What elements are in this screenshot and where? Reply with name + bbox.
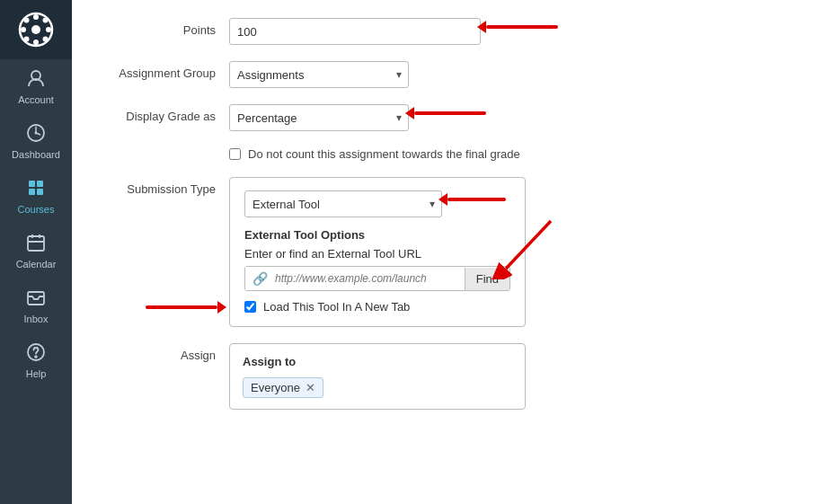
help-icon <box>26 342 46 365</box>
assign-to-title: Assign to <box>243 355 512 368</box>
no-count-row: Do not count this assignment towards the… <box>229 147 788 161</box>
sidebar-item-calendar-label: Calendar <box>16 259 57 270</box>
assignment-group-control: Assignments Quizzes Exams <box>229 61 788 88</box>
assign-tag: Everyone ✕ <box>243 377 323 398</box>
assignment-group-select[interactable]: Assignments Quizzes Exams <box>229 61 409 88</box>
submission-type-select-wrapper: External Tool Online On Paper No Submiss… <box>244 190 442 217</box>
load-tab-wrapper: Load This Tool In A New Tab <box>244 300 510 314</box>
submission-type-label: Submission Type <box>90 177 229 196</box>
url-input-row: 🔗 Find <box>244 266 510 291</box>
svg-point-12 <box>35 132 38 135</box>
sidebar-item-inbox-label: Inbox <box>24 314 49 324</box>
sidebar-logo <box>0 0 72 59</box>
sidebar-item-courses-label: Courses <box>18 204 55 215</box>
svg-rect-18 <box>28 292 44 305</box>
url-row-wrapper: 🔗 Find <box>244 266 510 291</box>
load-tab-checkbox[interactable] <box>244 301 256 313</box>
points-label: Points <box>90 18 229 37</box>
svg-point-20 <box>35 356 37 358</box>
svg-point-1 <box>31 25 40 34</box>
assignment-group-select-wrapper: Assignments Quizzes Exams <box>229 61 409 88</box>
no-count-checkbox[interactable] <box>229 148 241 160</box>
svg-line-22 <box>506 221 551 269</box>
ext-tool-options-title: External Tool Options <box>244 228 510 242</box>
svg-point-8 <box>43 18 49 23</box>
no-count-label: Do not count this assignment towards the… <box>248 147 520 161</box>
load-tab-label: Load This Tool In A New Tab <box>263 300 410 314</box>
svg-point-5 <box>46 27 51 32</box>
display-grade-select-wrapper: Percentage Complete/Incomplete Points Le… <box>229 104 409 131</box>
display-grade-control: Percentage Complete/Incomplete Points Le… <box>229 104 788 131</box>
load-tab-row: Load This Tool In A New Tab <box>244 300 410 314</box>
sidebar-item-inbox[interactable]: Inbox <box>0 279 72 333</box>
assign-tag-close[interactable]: ✕ <box>306 382 315 393</box>
ext-tool-url-label: Enter or find an External Tool URL <box>244 247 510 261</box>
sidebar-item-dashboard[interactable]: Dashboard <box>0 114 72 169</box>
sidebar-item-account-label: Account <box>18 94 54 105</box>
points-input[interactable] <box>229 18 481 45</box>
calendar-icon <box>26 233 46 255</box>
assignment-group-row: Assignment Group Assignments Quizzes Exa… <box>90 61 788 88</box>
arrow-load-tab <box>146 305 217 309</box>
assign-control: Assign to Everyone ✕ <box>229 343 788 410</box>
submission-type-control: External Tool Online On Paper No Submiss… <box>229 177 788 327</box>
svg-point-6 <box>24 18 30 23</box>
assign-label: Assign <box>90 343 229 362</box>
svg-rect-17 <box>28 236 44 251</box>
sidebar: Account Dashboard Courses <box>0 0 72 504</box>
points-row: Points <box>90 18 788 45</box>
submission-type-row: Submission Type External Tool Online On … <box>90 177 788 327</box>
svg-rect-16 <box>37 189 43 195</box>
submission-type-box: External Tool Online On Paper No Submiss… <box>229 177 526 327</box>
svg-point-3 <box>33 40 39 45</box>
arrow-points <box>486 25 558 29</box>
svg-point-2 <box>33 14 39 20</box>
link-icon: 🔗 <box>245 267 275 290</box>
submission-select-row: External Tool Online On Paper No Submiss… <box>244 190 510 217</box>
svg-rect-14 <box>37 181 43 187</box>
dashboard-icon <box>26 123 46 146</box>
sidebar-item-help-label: Help <box>26 368 47 379</box>
main-content: Points Assignment Group Assignments Quiz… <box>72 0 815 504</box>
svg-rect-15 <box>29 189 35 195</box>
display-grade-select[interactable]: Percentage Complete/Incomplete Points Le… <box>229 104 409 131</box>
assign-row: Assign Assign to Everyone ✕ <box>90 343 788 410</box>
sidebar-item-help[interactable]: Help <box>0 333 72 388</box>
svg-rect-13 <box>29 181 35 187</box>
arrow-submission-type <box>447 198 506 201</box>
arrow-display-grade <box>414 111 486 115</box>
sidebar-item-courses[interactable]: Courses <box>0 169 72 224</box>
display-grade-row: Display Grade as Percentage Complete/Inc… <box>90 104 788 131</box>
svg-point-4 <box>21 27 26 32</box>
svg-point-7 <box>43 37 49 42</box>
assign-tag-label: Everyone <box>251 381 300 394</box>
submission-type-select[interactable]: External Tool Online On Paper No Submiss… <box>244 190 442 217</box>
account-icon <box>26 68 46 91</box>
display-grade-label: Display Grade as <box>90 104 229 123</box>
points-control <box>229 18 788 45</box>
sidebar-item-account[interactable]: Account <box>0 59 72 114</box>
canvas-logo-icon <box>18 12 54 48</box>
url-input[interactable] <box>275 268 465 289</box>
courses-icon <box>26 178 46 200</box>
assign-box: Assign to Everyone ✕ <box>229 343 526 410</box>
assignment-group-label: Assignment Group <box>90 61 229 80</box>
sidebar-item-dashboard-label: Dashboard <box>12 149 60 160</box>
sidebar-item-calendar[interactable]: Calendar <box>0 224 72 279</box>
arrow-find-diagonal <box>488 217 560 282</box>
inbox-icon <box>26 287 46 310</box>
svg-point-9 <box>24 37 30 42</box>
